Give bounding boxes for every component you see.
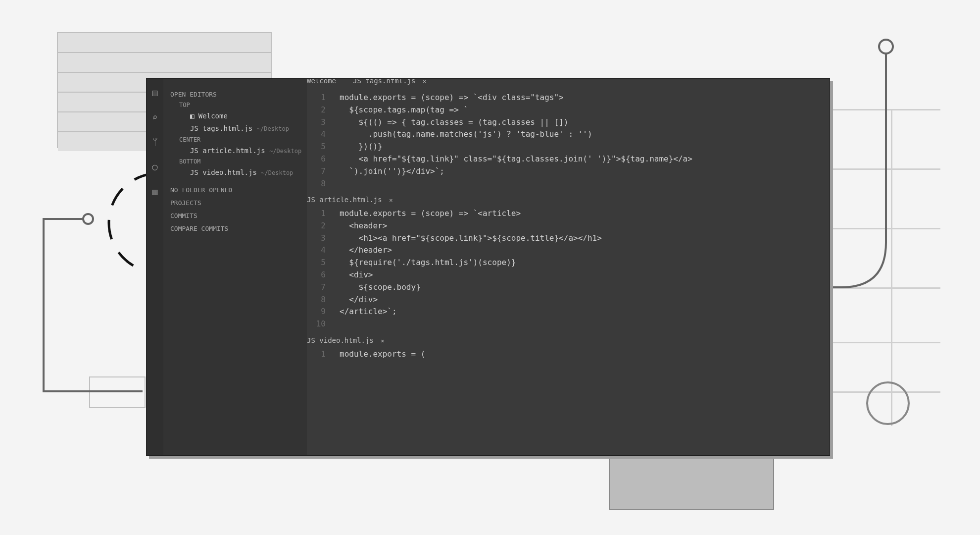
tab-tags-active[interactable]: JS tags.html.js ✕ <box>353 78 426 87</box>
pane-tags-code[interactable]: 1module.exports = (scope) => `<div class… <box>307 92 830 190</box>
explorer-panel: OPEN EDITORS TOP ◧ Welcome JS tags.html.… <box>163 79 307 455</box>
section-projects[interactable]: PROJECTS <box>170 196 307 209</box>
group-top: TOP <box>170 101 307 110</box>
decor-circle <box>866 381 910 425</box>
source-control-icon[interactable]: ᛘ <box>149 135 160 146</box>
file-welcome[interactable]: ◧ Welcome <box>170 110 307 123</box>
tab-welcome[interactable]: Welcome <box>307 78 336 87</box>
pane-video-header[interactable]: JS video.html.js ✕ <box>307 330 830 348</box>
close-icon[interactable]: ✕ <box>423 78 426 85</box>
close-icon[interactable]: ✕ <box>381 337 384 344</box>
file-lang-badge: JS <box>307 336 315 344</box>
decor-monitor-stand <box>609 456 774 510</box>
file-label: Welcome <box>198 112 228 120</box>
editor-area: 1module.exports = (scope) => `<div class… <box>307 92 830 455</box>
section-no-folder[interactable]: NO FOLDER OPENED <box>170 183 307 196</box>
svg-point-0 <box>83 214 93 224</box>
tab-label: Welcome <box>307 78 336 85</box>
file-label: article.html.js <box>202 147 265 155</box>
section-commits[interactable]: COMMITS <box>170 209 307 222</box>
pane-title: video.html.js <box>319 336 374 344</box>
close-icon[interactable]: ✕ <box>389 197 392 204</box>
group-bottom: BOTTOM <box>170 157 307 166</box>
pane-article-header[interactable]: JS article.html.js ✕ <box>307 190 830 208</box>
activity-bar: ▤ ⌕ ᛘ ◯ ▦ <box>147 79 163 456</box>
file-video[interactable]: JS video.html.js ~/Desktop <box>170 166 307 179</box>
file-lang-badge: JS <box>190 147 198 155</box>
editor-screenshot: ▤ ⌕ ᛘ ◯ ▦ OPEN EDITORS TOP ◧ Welcome JS … <box>146 78 830 456</box>
editor-tabs: Welcome JS tags.html.js ✕ <box>307 78 426 87</box>
files-icon[interactable]: ▤ <box>149 86 160 97</box>
pane-video-code[interactable]: 1module.exports = ( <box>307 348 830 361</box>
section-compare[interactable]: COMPARE COMMITS <box>170 222 307 235</box>
file-icon: ◧ <box>190 112 198 120</box>
pane-article-code[interactable]: 1module.exports = (scope) => `<article> … <box>307 208 830 330</box>
search-icon[interactable]: ⌕ <box>149 110 160 121</box>
extensions-icon[interactable]: ▦ <box>149 185 160 196</box>
open-editors-header[interactable]: OPEN EDITORS <box>170 88 307 101</box>
file-article[interactable]: JS article.html.js ~/Desktop <box>170 145 307 158</box>
file-path: ~/Desktop <box>257 125 289 132</box>
file-lang-badge: JS <box>190 168 198 176</box>
file-label: video.html.js <box>202 168 257 176</box>
svg-point-1 <box>879 40 893 54</box>
group-center: CENTER <box>170 135 307 145</box>
debug-icon[interactable]: ◯ <box>149 160 160 171</box>
file-path: ~/Desktop <box>261 169 293 176</box>
file-lang-badge: JS <box>353 78 361 85</box>
file-path: ~/Desktop <box>269 148 301 155</box>
pane-title: article.html.js <box>319 196 382 204</box>
file-lang-badge: JS <box>190 124 198 132</box>
file-label: tags.html.js <box>202 124 252 132</box>
file-lang-badge: JS <box>307 196 315 204</box>
file-tags[interactable]: JS tags.html.js ~/Desktop <box>170 122 307 135</box>
tab-label: tags.html.js <box>365 78 415 85</box>
